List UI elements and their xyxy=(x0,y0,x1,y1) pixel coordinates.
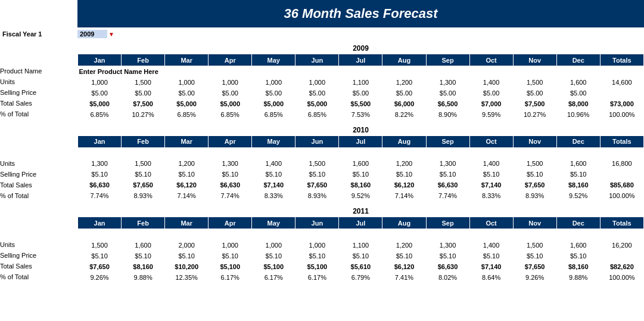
2010-units-feb: 1,500 xyxy=(122,158,165,169)
2011-pct-nov: 9.26% xyxy=(513,272,556,283)
price-apr: $5.00 xyxy=(209,88,252,98)
2010-col-oct: Oct xyxy=(469,135,513,147)
2011-col-jul: Jul xyxy=(339,217,382,229)
2011-tsales-jun: $5,100 xyxy=(295,261,339,272)
2011-units-apr: 1,000 xyxy=(209,240,252,251)
pct-may: 6.85% xyxy=(252,109,295,120)
units-dec: 1,600 xyxy=(556,77,600,88)
year-2009-section: 2009 Product Name Units Selling Price To… xyxy=(0,43,644,120)
year-2011-section: 2011 Units Selling Price Total Sales % o… xyxy=(0,206,644,283)
units-may: 1,000 xyxy=(252,77,295,88)
2011-tsales-aug: $6,120 xyxy=(382,261,426,272)
price-mar: $5.00 xyxy=(165,88,209,98)
2010-col-mar: Mar xyxy=(165,135,209,147)
label-2010-total-sales: Total Sales xyxy=(0,180,76,190)
2010-units-may: 1,400 xyxy=(252,158,295,169)
2010-price-dec: $5.10 xyxy=(556,169,600,180)
tsales-nov: $7,500 xyxy=(513,98,556,109)
year-2011-spacer-row xyxy=(78,229,644,240)
pct-mar: 6.85% xyxy=(165,109,209,120)
2010-units-jul: 1,600 xyxy=(339,158,382,169)
2010-pct-oct: 8.33% xyxy=(469,190,513,201)
2011-units-jul: 1,100 xyxy=(339,240,382,251)
2010-units-oct: 1,400 xyxy=(469,158,513,169)
tsales-jun: $5,000 xyxy=(295,98,339,109)
2011-units-oct: 1,400 xyxy=(469,240,513,251)
tsales-jul: $5,500 xyxy=(339,98,382,109)
2011-price-apr: $5.10 xyxy=(209,251,252,261)
2010-tsales-nov: $7,650 xyxy=(513,180,556,190)
price-jul: $5.00 xyxy=(339,88,382,98)
year-2009-selling-row: $5.00 $5.00 $5.00 $5.00 $5.00 $5.00 $5.0… xyxy=(78,88,644,98)
tsales-feb: $7,500 xyxy=(122,98,165,109)
2011-price-jun: $5.10 xyxy=(295,251,339,261)
year-2009-units-row: 1,000 1,500 1,000 1,000 1,000 1,000 1,10… xyxy=(78,77,644,88)
2010-pct-jan: 7.74% xyxy=(78,190,122,201)
2011-tsales-mar: $10,200 xyxy=(165,261,209,272)
2010-col-sep: Sep xyxy=(426,135,469,147)
2010-col-dec: Dec xyxy=(556,135,600,147)
2011-pct-oct: 8.64% xyxy=(469,272,513,283)
2010-pct-total: 100.00% xyxy=(600,190,643,201)
2010-col-nov: Nov xyxy=(513,135,556,147)
2011-units-sep: 1,300 xyxy=(426,240,469,251)
units-jul: 1,100 xyxy=(339,77,382,88)
2010-col-totals: Totals xyxy=(600,135,643,147)
year-2010-total-sales-row: $6,630 $7,650 $6,120 $6,630 $7,140 $7,65… xyxy=(78,180,644,190)
year-2011-labels: Units Selling Price Total Sales % of Tot… xyxy=(0,217,76,282)
2011-units-jan: 1,500 xyxy=(78,240,122,251)
year-2011-units-row: 1,500 1,600 2,000 1,000 1,000 1,000 1,10… xyxy=(78,240,644,251)
col-sep: Sep xyxy=(426,54,469,66)
pct-apr: 6.85% xyxy=(209,109,252,120)
col-aug: Aug xyxy=(382,54,426,66)
2010-tsales-mar: $6,120 xyxy=(165,180,209,190)
label-units: Units xyxy=(0,76,76,87)
2011-pct-apr: 6.17% xyxy=(209,272,252,283)
2010-col-jun: Jun xyxy=(295,135,339,147)
2011-col-jan: Jan xyxy=(78,217,122,229)
2010-price-sep: $5.10 xyxy=(426,169,469,180)
year-2010-header: 2010 xyxy=(77,125,644,135)
fiscal-year-row: Fiscal Year 1 2009 ▼ xyxy=(0,30,644,38)
2011-pct-may: 6.17% xyxy=(252,272,295,283)
fiscal-year-label: Fiscal Year 1 xyxy=(2,30,77,38)
tsales-may: $5,000 xyxy=(252,98,295,109)
price-jun: $5.00 xyxy=(295,88,339,98)
col-dec: Dec xyxy=(556,54,600,66)
2010-units-nov: 1,500 xyxy=(513,158,556,169)
2010-pct-nov: 8.93% xyxy=(513,190,556,201)
tsales-oct: $7,000 xyxy=(469,98,513,109)
label-product-name: Product Name xyxy=(0,66,76,76)
2010-spacer-cell xyxy=(78,147,644,158)
col-nov: Nov xyxy=(513,54,556,66)
2011-price-feb: $5.10 xyxy=(122,251,165,261)
2011-tsales-may: $5,100 xyxy=(252,261,295,272)
units-total: 14,600 xyxy=(600,77,643,88)
page: 36 Month Sales Forecast Fiscal Year 1 20… xyxy=(0,0,644,321)
2010-pct-dec: 9.52% xyxy=(556,190,600,201)
2011-tsales-jul: $5,610 xyxy=(339,261,382,272)
col-jun: Jun xyxy=(295,54,339,66)
2011-tsales-sep: $6,630 xyxy=(426,261,469,272)
year-2011-header: 2011 xyxy=(77,206,644,217)
label-2011-units: Units xyxy=(0,239,76,250)
2010-tsales-jun: $7,650 xyxy=(295,180,339,190)
fiscal-year-input[interactable]: 2009 xyxy=(77,30,107,38)
2011-col-dec: Dec xyxy=(556,217,600,229)
2011-col-may: May xyxy=(252,217,295,229)
pct-nov: 10.27% xyxy=(513,109,556,120)
2011-pct-jun: 6.17% xyxy=(295,272,339,283)
2011-tsales-feb: $8,160 xyxy=(122,261,165,272)
2010-price-jan: $5.10 xyxy=(78,169,122,180)
2011-col-mar: Mar xyxy=(165,217,209,229)
2010-pct-may: 8.33% xyxy=(252,190,295,201)
2011-price-aug: $5.10 xyxy=(382,251,426,261)
2011-col-apr: Apr xyxy=(209,217,252,229)
2011-units-nov: 1,500 xyxy=(513,240,556,251)
2010-price-apr: $5.10 xyxy=(209,169,252,180)
tsales-sep: $6,500 xyxy=(426,98,469,109)
price-jan: $5.00 xyxy=(78,88,122,98)
product-name-cell[interactable]: Enter Product Name Here xyxy=(78,66,644,77)
dropdown-arrow-icon[interactable]: ▼ xyxy=(108,31,114,38)
tsales-jan: $5,000 xyxy=(78,98,122,109)
